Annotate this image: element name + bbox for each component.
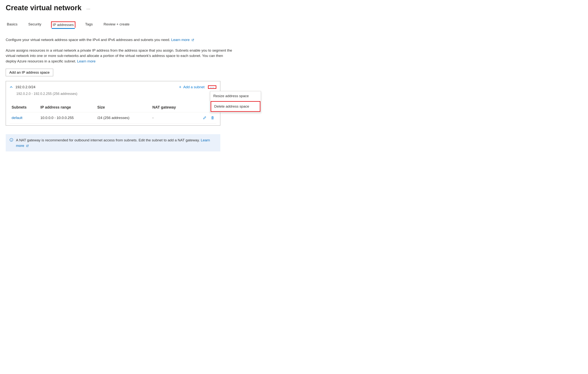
banner-text: A NAT gateway is recommended for outboun…: [16, 138, 201, 142]
intro-text-1: Configure your virtual network address s…: [6, 37, 234, 43]
plus-icon: +: [179, 85, 181, 90]
address-range-hint: 192.0.2.0 - 192.0.2.255 (256 addresses): [16, 92, 216, 96]
tab-review-create[interactable]: Review + create: [102, 21, 131, 28]
delete-address-space-item[interactable]: Delete address space: [211, 101, 260, 112]
external-link-icon: [26, 143, 29, 149]
address-space-context-menu: Resize address space Delete address spac…: [210, 91, 261, 112]
tab-ip-addresses[interactable]: IP addresses: [51, 21, 76, 28]
table-row: default 10.0.0.0 - 10.0.0.255 /24 (256 a…: [10, 112, 216, 123]
page-title: Create virtual network: [6, 4, 82, 12]
nat-info-banner: A NAT gateway is recommended for outboun…: [6, 134, 220, 152]
more-icon[interactable]: …: [86, 6, 91, 10]
edit-icon[interactable]: [203, 116, 206, 120]
tab-security[interactable]: Security: [27, 21, 42, 28]
add-subnet-label: Add a subnet: [183, 85, 205, 89]
learn-more-link-1[interactable]: Learn more: [171, 38, 194, 42]
subnet-size: /24 (256 addresses): [95, 112, 150, 123]
chevron-up-icon[interactable]: [10, 85, 13, 89]
intro-line2: Azure assigns resources in a virtual net…: [6, 48, 232, 63]
address-space-panel: 192.0.2.0/24 + Add a subnet … Resize add…: [6, 81, 220, 126]
subnet-name-link[interactable]: default: [11, 116, 22, 120]
external-link-icon: [191, 38, 194, 43]
add-ip-address-space-button[interactable]: Add an IP address space: [6, 69, 53, 76]
learn-more-link-2[interactable]: Learn more: [77, 59, 95, 63]
subnet-nat: -: [150, 112, 192, 123]
col-nat: NAT gateway: [150, 102, 192, 112]
col-subnets: Subnets: [10, 102, 39, 112]
tab-bar: Basics Security IP addresses Tags Review…: [6, 21, 582, 28]
delete-icon[interactable]: [211, 116, 214, 120]
tab-basics[interactable]: Basics: [6, 21, 19, 28]
col-size: Size: [95, 102, 150, 112]
address-space-more-button[interactable]: …: [208, 85, 216, 89]
resize-address-space-item[interactable]: Resize address space: [210, 91, 261, 101]
subnet-range: 10.0.0.0 - 10.0.0.255: [39, 112, 95, 123]
info-icon: [10, 138, 13, 143]
address-space-cidr: 192.0.2.0/24: [15, 85, 35, 89]
tab-tags[interactable]: Tags: [84, 21, 94, 28]
add-subnet-button[interactable]: + Add a subnet: [179, 85, 205, 90]
intro-text-2: Azure assigns resources in a virtual net…: [6, 48, 234, 64]
intro-line1: Configure your virtual network address s…: [6, 38, 171, 42]
col-ip-range: IP address range: [39, 102, 95, 112]
subnets-table: Subnets IP address range Size NAT gatewa…: [10, 102, 216, 123]
